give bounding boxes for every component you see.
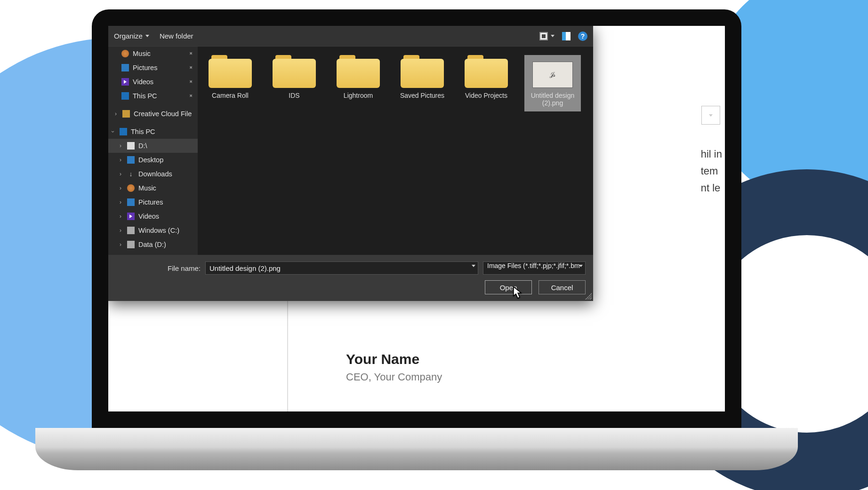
chevron-right-icon: ›: [118, 227, 123, 234]
resize-grip-icon[interactable]: [585, 293, 592, 300]
folder-label: Video Projects: [465, 92, 507, 99]
folder-item[interactable]: Lightroom: [332, 55, 384, 111]
chevron-right-icon: ›: [118, 157, 123, 163]
folder-icon: [401, 55, 444, 88]
navigation-sidebar[interactable]: Music ✦ Pictures ✦ Videos ✦: [108, 47, 198, 255]
dialog-body: Music ✦ Pictures ✦ Videos ✦: [108, 47, 593, 255]
open-button[interactable]: Open: [485, 280, 532, 294]
pin-icon: ✦: [187, 64, 195, 72]
sidebar-item-downloads[interactable]: › ↓ Downloads: [108, 167, 198, 181]
sidebar-item-videos[interactable]: Videos ✦: [108, 75, 198, 89]
signer-name: Your Name: [346, 351, 442, 367]
folder-label: Camera Roll: [212, 92, 249, 99]
sidebar-item-label: Videos: [138, 213, 159, 220]
sidebar-item-videos-tree[interactable]: › Videos: [108, 209, 198, 223]
pin-icon: ✦: [187, 92, 195, 100]
sidebar-item-label: Pictures: [138, 198, 163, 206]
folder-label: Lightroom: [344, 92, 373, 99]
sidebar-item-data-d[interactable]: › Data (D:): [108, 237, 198, 252]
sidebar-item-label: Videos: [133, 78, 153, 86]
pin-icon: ✦: [187, 78, 195, 86]
folder-item[interactable]: Camera Roll: [204, 55, 256, 111]
file-list[interactable]: Camera Roll IDS Lightroom Saved Pictures: [198, 47, 593, 255]
videos-icon: [121, 78, 129, 86]
pc-icon: [120, 128, 127, 135]
folder-icon: [273, 55, 316, 88]
drive-icon: [127, 241, 135, 248]
sidebar-item-label: Music: [138, 184, 156, 192]
drive-icon: [127, 142, 135, 150]
filename-input[interactable]: [205, 261, 478, 275]
sidebar-item-label: Desktop: [138, 156, 163, 164]
videos-icon: [127, 213, 135, 220]
new-folder-button[interactable]: New folder: [160, 32, 193, 40]
chevron-down-icon[interactable]: [472, 265, 475, 267]
view-mode-button[interactable]: [539, 32, 555, 40]
sidebar-item-d-drive[interactable]: › D:\: [108, 139, 198, 153]
signature-block: Your Name CEO, Your Company: [346, 351, 442, 383]
downloads-icon: ↓: [127, 170, 135, 178]
open-button-label: Open: [500, 284, 517, 292]
sidebar-item-music-tree[interactable]: › Music: [108, 181, 198, 195]
thumbnail-view-icon: [539, 32, 548, 40]
chevron-right-icon: ›: [118, 241, 123, 248]
sidebar-item-pictures-tree[interactable]: › Pictures: [108, 195, 198, 209]
signer-title: CEO, Your Company: [346, 371, 442, 383]
sidebar-item-creative-cloud[interactable]: › Creative Cloud File: [108, 107, 198, 121]
chevron-down-icon: [551, 35, 555, 37]
cloud-folder-icon: [122, 110, 130, 118]
sidebar-item-label: Windows (C:): [138, 227, 179, 234]
sidebar-item-this-pc[interactable]: › This PC: [108, 125, 198, 139]
organize-button[interactable]: Organize: [114, 32, 149, 40]
drive-icon: [127, 227, 135, 234]
sidebar-item-label: This PC: [131, 128, 155, 135]
help-icon[interactable]: ?: [578, 32, 587, 41]
chevron-down-icon: [145, 35, 149, 37]
folder-item[interactable]: Video Projects: [460, 55, 512, 111]
chevron-down-icon[interactable]: [579, 265, 583, 267]
chevron-right-icon: ›: [118, 171, 123, 177]
sidebar-item-windows-c[interactable]: › Windows (C:): [108, 223, 198, 237]
desktop-icon: [127, 156, 135, 164]
sidebar-item-pictures[interactable]: Pictures ✦: [108, 61, 198, 75]
dialog-footer: File name: Image Files (*.tiff;*.pjp;*.j…: [108, 255, 593, 301]
chevron-right-icon: ›: [118, 142, 123, 149]
sidebar-item-music[interactable]: Music ✦: [108, 47, 198, 61]
file-type-filter[interactable]: Image Files (*.tiff;*.pjp;*.jfif;*.bm: [483, 261, 586, 275]
pictures-icon: [127, 198, 135, 206]
file-item-selected[interactable]: 𝒥𝓈 Untitled design (2).png: [524, 55, 581, 111]
doc-line: nt le: [701, 180, 722, 197]
sidebar-item-label: D:\: [138, 142, 147, 150]
music-icon: [127, 184, 135, 192]
doc-line: hil in: [701, 146, 722, 163]
chevron-down-icon: ›: [110, 129, 116, 134]
folder-icon: [337, 55, 380, 88]
sidebar-item-label: This PC: [133, 92, 157, 100]
cancel-button[interactable]: Cancel: [538, 280, 586, 294]
sidebar-item-desktop[interactable]: › Desktop: [108, 153, 198, 167]
chevron-down-icon: [709, 114, 713, 117]
sidebar-item-label: Creative Cloud File: [134, 110, 192, 118]
sidebar-item-this-pc-pinned[interactable]: This PC ✦: [108, 89, 198, 103]
folder-item[interactable]: Saved Pictures: [396, 55, 448, 111]
filename-label: File name:: [116, 264, 201, 272]
document-body-text: hil in tem nt le: [701, 146, 722, 197]
pictures-icon: [121, 64, 129, 71]
file-label: Untitled design (2).png: [526, 92, 579, 107]
folder-icon: [465, 55, 508, 88]
organize-label: Organize: [114, 32, 143, 40]
preview-pane-icon[interactable]: [562, 32, 571, 40]
laptop-mockup: hil in tem nt le Your Name CEO, Your Com…: [92, 9, 760, 470]
laptop-screen: hil in tem nt le Your Name CEO, Your Com…: [92, 9, 741, 428]
laptop-base: [35, 428, 798, 470]
sidebar-item-label: Pictures: [133, 64, 157, 71]
sidebar-item-label: Data (D:): [138, 241, 166, 248]
document-dropdown[interactable]: [701, 106, 720, 125]
folder-label: Saved Pictures: [400, 92, 444, 99]
sidebar-item-label: Music: [133, 50, 151, 57]
folder-item[interactable]: IDS: [268, 55, 320, 111]
dialog-toolbar: Organize New folder ?: [108, 26, 593, 47]
folder-label: IDS: [289, 92, 299, 99]
chevron-right-icon: ›: [118, 185, 123, 191]
chevron-right-icon: ›: [118, 213, 123, 220]
